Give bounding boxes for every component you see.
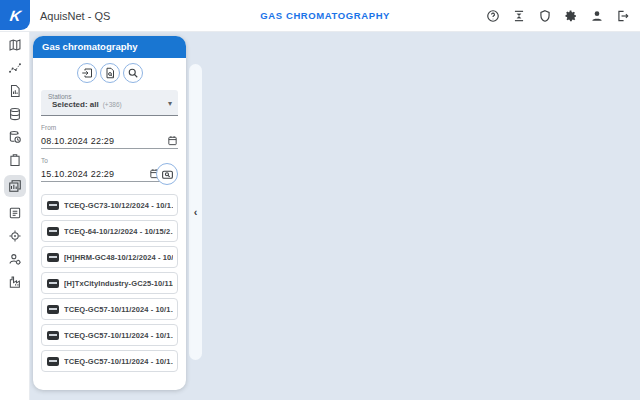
chromatogram-icon [47,279,59,288]
panel-title: Gas chromatography [33,36,186,58]
run-query-button[interactable] [156,163,178,185]
left-sidebar [0,32,30,400]
sidebar-item-journal[interactable] [4,205,26,220]
top-bar: K AquisNet - QS GAS CHROMATOGRAPHY [0,0,640,32]
to-value: 15.10.2024 22:29 [41,169,114,179]
chromatogram-icon [47,201,59,210]
calendar-icon[interactable] [167,135,178,146]
factory-icon [8,275,22,289]
panel-collapse-handle[interactable]: ‹ [189,64,202,360]
sidebar-item-stations-locator[interactable] [4,228,26,243]
chromatogram-icon [47,357,59,366]
gear-icon [564,9,578,23]
chromatogram-icon [47,227,59,236]
list-item[interactable]: TCEQ-GC57-10/11/2024 - 10/1… [41,324,178,346]
list-item[interactable]: TCEQ-GC57-10/11/2024 - 10/1… [41,298,178,320]
person-icon [590,9,604,23]
logout-button[interactable] [615,9,630,24]
stations-label: Stations [41,90,178,100]
report-file-icon [8,84,22,98]
help-icon [486,9,500,23]
import-icon [81,67,93,79]
chromatogram-icon [47,253,59,262]
chevron-down-icon: ▾ [168,99,172,108]
gas-chromatography-icon [8,179,22,193]
file-search-button[interactable] [100,63,120,83]
gps-target-icon [8,229,22,243]
aquisnet-logo: K [0,0,30,30]
sidebar-item-clipboard[interactable] [4,152,26,167]
compress-icon [512,9,526,23]
chevron-left-icon: ‹ [194,207,198,218]
gas-chromatography-panel: Gas chromatography Stations Selected: al… [33,36,186,390]
sidebar-item-reports[interactable] [4,83,26,98]
scatter-chart-icon [8,61,22,75]
result-label: [H]HRM-GC48-10/12/2024 - 10/… [64,253,173,262]
to-field-group: To 15.10.2024 22:29 [41,157,178,182]
logo-letter: K [8,7,21,24]
from-label: From [41,124,178,131]
results-list: TCEQ-GC73-10/12/2024 - 10/1… TCEQ-64-10/… [41,194,178,372]
map-icon [8,38,22,52]
from-input[interactable]: 08.10.2024 22:29 [41,133,178,149]
stations-value: Selected: all [52,100,99,109]
sidebar-item-trends[interactable] [4,60,26,75]
settings-button[interactable] [563,9,578,24]
from-field-group: From 08.10.2024 22:29 [41,124,178,149]
to-label: To [41,157,178,164]
sidebar-item-user-management[interactable] [4,251,26,266]
result-label: [H]TxCityIndustry-GC25-10/11/… [64,279,173,288]
search-icon [127,67,139,79]
sidebar-item-database[interactable] [4,106,26,121]
app-title: AquisNet - QS [40,0,110,32]
page-title: GAS CHROMATOGRAPHY [260,0,390,32]
result-label: TCEQ-GC73-10/12/2024 - 10/1… [64,201,173,210]
list-item[interactable]: [H]TxCityIndustry-GC25-10/11/… [41,272,178,294]
list-item[interactable]: TCEQ-GC57-10/11/2024 - 10/1… [41,350,178,372]
sidebar-item-gas-chromatography[interactable] [4,175,26,197]
logout-icon [616,9,630,23]
database-history-icon [8,130,22,144]
security-button[interactable] [537,9,552,24]
list-item[interactable]: [H]HRM-GC48-10/12/2024 - 10/… [41,246,178,268]
result-label: TCEQ-GC57-10/11/2024 - 10/1… [64,357,173,366]
list-item[interactable]: TCEQ-GC73-10/12/2024 - 10/1… [41,194,178,216]
import-button[interactable] [77,63,97,83]
sidebar-item-data-history[interactable] [4,129,26,144]
help-button[interactable] [485,9,500,24]
search-button[interactable] [123,63,143,83]
chromatogram-icon [47,331,59,340]
database-icon [8,107,22,121]
result-label: TCEQ-GC57-10/11/2024 - 10/1… [64,331,173,340]
sidebar-item-industry[interactable] [4,274,26,289]
list-item[interactable]: TCEQ-64-10/12/2024 - 10/15/2… [41,220,178,242]
user-settings-icon [8,252,22,266]
topbar-actions [485,0,630,32]
stations-extra-count: (+386) [103,101,122,108]
stations-select[interactable]: Stations Selected: all (+386) ▾ [41,90,178,116]
file-search-icon [104,67,116,79]
compress-button[interactable] [511,9,526,24]
sidebar-item-map[interactable] [4,37,26,52]
content-search-icon [161,168,174,181]
article-icon [8,206,22,220]
account-button[interactable] [589,9,604,24]
chromatogram-icon [47,305,59,314]
clipboard-icon [8,153,22,167]
panel-toolbar [33,58,186,83]
result-label: TCEQ-64-10/12/2024 - 10/15/2… [64,227,173,236]
from-value: 08.10.2024 22:29 [41,136,114,146]
result-label: TCEQ-GC57-10/11/2024 - 10/1… [64,305,173,314]
shield-icon [538,9,552,23]
to-input[interactable]: 15.10.2024 22:29 [41,166,160,182]
